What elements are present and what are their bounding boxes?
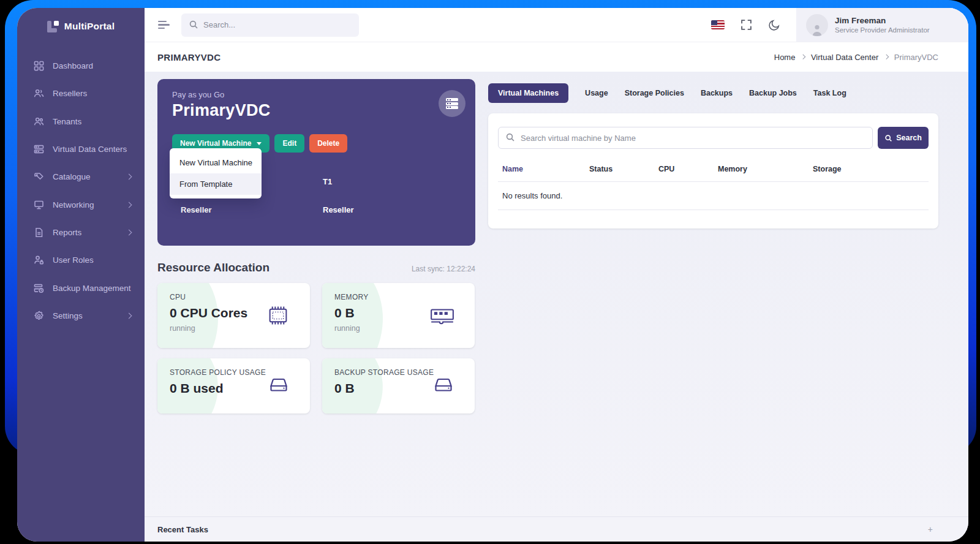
chevron-right-icon (884, 55, 889, 59)
column-header-status[interactable]: Status (589, 165, 658, 173)
main-area: Jim Freeman Service Provider Administrat… (145, 8, 968, 542)
tab-virtual-machines[interactable]: Virtual Machines (488, 83, 568, 103)
sidebar-item-tenants[interactable]: Tenants (17, 108, 145, 135)
dashboard-icon (34, 61, 44, 71)
ram-icon (429, 306, 455, 325)
brand-name: MultiPortal (64, 21, 115, 32)
new-vm-dropdown-menu: New Virtual Machine From Template (170, 148, 262, 198)
vdc-servers-badge-icon (439, 90, 466, 117)
hamburger-menu-icon[interactable] (158, 18, 170, 31)
vm-search-button[interactable]: Search (878, 127, 929, 149)
vm-search (498, 127, 873, 149)
chevron-right-icon (126, 202, 132, 208)
column-header-name[interactable]: Name (502, 165, 589, 173)
vdc-tabs: Virtual Machines Usage Storage Policies … (488, 83, 938, 103)
stage: MultiPortal Dashboard Resellers (0, 0, 980, 544)
backup-storage-usage-card: BACKUP STORAGE USAGE 0 B (322, 358, 475, 414)
global-search-input[interactable] (181, 13, 359, 37)
recent-tasks-title: Recent Tasks (157, 525, 208, 534)
column-header-memory[interactable]: Memory (718, 165, 813, 173)
vm-table-header: Name Status CPU Memory Storage (498, 165, 929, 182)
sidebar-item-networking[interactable]: Networking (17, 191, 145, 218)
memory-stat-card: MEMORY 0 B running (322, 283, 475, 348)
left-column: Pay as you Go PrimaryVDC New Virtual Mac… (157, 79, 475, 516)
server-clock-icon (34, 283, 44, 293)
brand-logo[interactable]: MultiPortal (17, 8, 145, 45)
menu-item-from-template[interactable]: From Template (170, 173, 262, 195)
virtual-machines-panel: Search Name Status CPU Memory Storage (488, 113, 938, 229)
search-icon (884, 134, 892, 142)
cpu-chip-icon (266, 304, 290, 327)
breadcrumb-bar: PRIMARYVDC Home Virtual Data Center Prim… (145, 42, 968, 72)
plan-label: Pay as you Go (172, 90, 461, 99)
tab-backups[interactable]: Backups (701, 83, 733, 103)
content: Pay as you Go PrimaryVDC New Virtual Mac… (145, 72, 968, 516)
vdc-info-right-label: Reseller (323, 205, 465, 214)
breadcrumb: Home Virtual Data Center PrimaryVDC (774, 53, 938, 62)
user-name: Jim Freeman (835, 16, 930, 25)
vm-search-input[interactable] (498, 127, 873, 149)
sidebar-nav: Dashboard Resellers Tenants (17, 52, 145, 330)
chevron-right-icon (126, 229, 132, 235)
right-column: Virtual Machines Usage Storage Policies … (488, 79, 938, 516)
tab-task-log[interactable]: Task Log (813, 83, 846, 103)
page-title: PRIMARYVDC (157, 52, 221, 62)
column-header-cpu[interactable]: CPU (658, 165, 718, 173)
breadcrumb-home[interactable]: Home (774, 53, 796, 62)
user-menu[interactable]: Jim Freeman Service Provider Administrat… (796, 8, 968, 42)
vm-table: Name Status CPU Memory Storage No result… (498, 165, 929, 210)
expand-recent-tasks-icon[interactable]: + (928, 524, 933, 534)
delete-button[interactable]: Delete (309, 134, 347, 153)
sidebar-item-resellers[interactable]: Resellers (17, 80, 145, 107)
sidebar-item-reports[interactable]: Reports (17, 219, 145, 246)
hard-drive-icon (267, 377, 290, 395)
vdc-tenant-value: T1 (323, 177, 465, 186)
monitor-icon (34, 200, 44, 210)
sidebar-item-backup-management[interactable]: Backup Management (17, 274, 145, 301)
sidebar-item-settings[interactable]: Settings (17, 302, 145, 330)
recent-tasks-bar[interactable]: Recent Tasks + (145, 516, 968, 542)
chevron-right-icon (801, 55, 805, 59)
resource-allocation-title: Resource Allocation (157, 261, 270, 274)
topbar-icons (711, 19, 780, 31)
resource-allocation-header: Resource Allocation Last sync: 12:22:24 (157, 261, 475, 274)
empty-results-message: No results found. (498, 182, 929, 210)
column-header-storage[interactable]: Storage (813, 165, 924, 173)
fullscreen-icon[interactable] (741, 19, 752, 31)
sidebar-item-user-roles[interactable]: User Roles (17, 246, 145, 274)
multiportal-logo-icon (47, 21, 59, 32)
chevron-right-icon (126, 174, 132, 180)
last-sync-timestamp: Last sync: 12:22:24 (412, 265, 475, 273)
chevron-right-icon (126, 312, 132, 319)
vdc-summary-card: Pay as you Go PrimaryVDC New Virtual Mac… (157, 79, 475, 246)
server-icon (34, 144, 44, 154)
app-window: MultiPortal Dashboard Resellers (17, 8, 968, 542)
tab-usage[interactable]: Usage (585, 83, 608, 103)
resellers-icon (34, 88, 44, 99)
avatar (806, 14, 828, 36)
tab-storage-policies[interactable]: Storage Policies (625, 83, 684, 103)
language-flag-icon[interactable] (711, 20, 725, 29)
hard-drive-icon (432, 377, 455, 395)
menu-item-new-virtual-machine[interactable]: New Virtual Machine (170, 152, 262, 173)
user-role: Service Provider Administrator (835, 26, 930, 34)
sidebar: MultiPortal Dashboard Resellers (17, 8, 145, 542)
topbar: Jim Freeman Service Provider Administrat… (145, 8, 968, 42)
breadcrumb-current: PrimaryVDC (894, 53, 938, 62)
search-icon (189, 20, 198, 29)
dark-mode-moon-icon[interactable] (768, 19, 780, 31)
report-file-icon (34, 227, 44, 238)
sidebar-item-catalogue[interactable]: Catalogue (17, 163, 145, 191)
tenants-icon (34, 116, 44, 127)
vdc-name: PrimaryVDC (172, 101, 461, 120)
gear-icon (34, 311, 44, 321)
vdc-info-left-label: Reseller (181, 205, 323, 214)
edit-button[interactable]: Edit (274, 134, 304, 153)
sidebar-item-dashboard[interactable]: Dashboard (17, 52, 145, 80)
search-icon (505, 132, 515, 142)
breadcrumb-virtual-data-center[interactable]: Virtual Data Center (811, 53, 878, 62)
tab-backup-jobs[interactable]: Backup Jobs (749, 83, 797, 103)
sidebar-item-virtual-data-centers[interactable]: Virtual Data Centers (17, 135, 145, 163)
storage-policy-usage-card: STORAGE POLICY USAGE 0 B used (157, 358, 310, 414)
user-lock-icon (34, 255, 44, 265)
